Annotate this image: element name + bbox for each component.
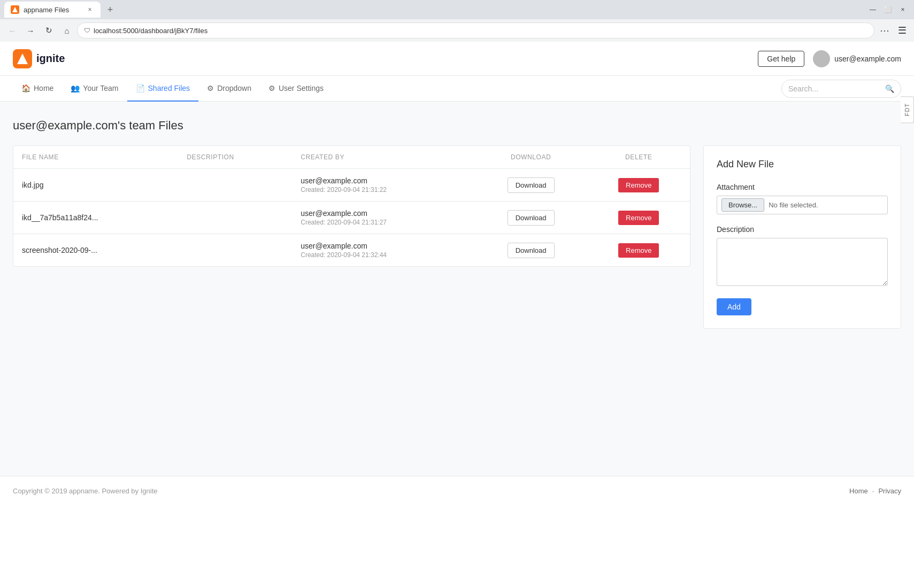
search-bar[interactable]: 🔍: [781, 80, 901, 98]
add-file-panel: Add New File Attachment Browse... No fil…: [703, 145, 901, 329]
created-date: Created: 2020-09-04 21:31:22: [301, 186, 387, 194]
address-text: localhost:5000/dashboard/jBkY7/files: [94, 27, 867, 35]
col-header-download: DOWNLOAD: [474, 146, 588, 169]
col-header-created-by: CREATED BY: [292, 146, 474, 169]
search-icon: 🔍: [885, 84, 894, 93]
table-row: screenshot-2020-09-... user@example.com …: [13, 234, 690, 267]
footer-privacy-link[interactable]: Privacy: [878, 487, 901, 495]
browser-tab[interactable]: appname Files ×: [4, 2, 101, 18]
footer-home-link[interactable]: Home: [849, 487, 868, 495]
search-input[interactable]: [788, 84, 882, 93]
tab-close-button[interactable]: ×: [86, 5, 94, 14]
description-textarea[interactable]: [717, 238, 888, 286]
content-layout: FILE NAME DESCRIPTION CREATED BY DOWNLOA…: [13, 145, 901, 329]
nav-item-home[interactable]: 🏠 Home: [13, 76, 62, 102]
description-label: Description: [717, 225, 888, 234]
logo-text: ignite: [36, 52, 65, 65]
nav-item-shared-files[interactable]: 📄 Shared Files: [127, 76, 199, 102]
files-icon: 📄: [136, 84, 145, 92]
reload-button[interactable]: ↻: [41, 22, 57, 38]
footer-copyright: Copyright © 2019 appname. Powered by Ign…: [13, 487, 157, 495]
download-button[interactable]: Download: [508, 210, 555, 226]
no-file-text: No file selected.: [769, 201, 818, 209]
header-actions: Get help user@example.com: [758, 50, 901, 67]
app-nav: 🏠 Home 👥 Your Team 📄 Shared Files ⚙ Drop…: [0, 76, 914, 102]
logo-icon: [13, 49, 32, 68]
dropdown-icon: ⚙: [207, 84, 214, 92]
attachment-group: Attachment Browse... No file selected.: [717, 183, 888, 214]
download-button[interactable]: Download: [508, 177, 555, 193]
home-icon: 🏠: [21, 84, 30, 92]
remove-button[interactable]: Remove: [618, 211, 659, 225]
nav-item-your-team[interactable]: 👥 Your Team: [62, 76, 127, 102]
remove-button[interactable]: Remove: [618, 178, 659, 192]
back-button[interactable]: ←: [4, 22, 20, 38]
page-title: user@example.com's team Files: [13, 119, 901, 133]
footer-links: Home · Privacy: [849, 487, 901, 495]
file-input-wrapper: Browse... No file selected.: [717, 196, 888, 214]
browser-menu-button[interactable]: ⋯: [877, 22, 893, 38]
browser-settings-button[interactable]: ☰: [895, 23, 910, 38]
table-row: ikd__7a7b5a11a8f24... user@example.com C…: [13, 202, 690, 234]
file-name-cell: ikd.jpg: [22, 181, 43, 189]
browse-button[interactable]: Browse...: [721, 198, 764, 212]
created-date: Created: 2020-09-04 21:32:44: [301, 251, 387, 259]
footer-separator: ·: [872, 487, 874, 495]
nav-item-dropdown[interactable]: ⚙ Dropdown: [198, 76, 260, 102]
description-group: Description: [717, 225, 888, 288]
main-content: user@example.com's team Files FILE NAME …: [0, 102, 914, 476]
created-by-email: user@example.com: [301, 242, 367, 250]
app-header: ignite Get help user@example.com: [0, 42, 914, 76]
home-button[interactable]: ⌂: [59, 22, 75, 38]
col-header-file-name: FILE NAME: [13, 146, 178, 169]
table-row: ikd.jpg user@example.com Created: 2020-0…: [13, 169, 690, 202]
svg-marker-0: [12, 7, 18, 12]
tab-title: appname Files: [24, 6, 69, 14]
files-table: FILE NAME DESCRIPTION CREATED BY DOWNLOA…: [13, 146, 690, 266]
file-name-cell: ikd__7a7b5a11a8f24...: [22, 213, 98, 222]
col-header-description: DESCRIPTION: [178, 146, 292, 169]
nav-label-shared-files: Shared Files: [148, 84, 190, 92]
file-name-cell: screenshot-2020-09-...: [22, 246, 97, 254]
forward-button[interactable]: →: [22, 22, 39, 38]
avatar: [813, 50, 830, 67]
created-by-email: user@example.com: [301, 209, 367, 218]
created-by-email: user@example.com: [301, 176, 367, 185]
tab-favicon: [11, 5, 19, 14]
panel-title: Add New File: [717, 159, 888, 170]
sidebar-fdt-tab[interactable]: FDT: [901, 96, 914, 123]
user-info: user@example.com: [813, 50, 901, 67]
window-close-button[interactable]: ×: [896, 3, 910, 17]
attachment-label: Attachment: [717, 183, 888, 191]
window-minimize-button[interactable]: —: [866, 3, 880, 17]
app-logo[interactable]: ignite: [13, 49, 65, 68]
window-maximize-button[interactable]: ⬜: [881, 3, 895, 17]
address-bar[interactable]: 🛡 localhost:5000/dashboard/jBkY7/files: [77, 22, 874, 38]
app-footer: Copyright © 2019 appname. Powered by Ign…: [0, 476, 914, 506]
get-help-button[interactable]: Get help: [758, 51, 804, 67]
nav-label-user-settings: User Settings: [279, 84, 324, 92]
created-date: Created: 2020-09-04 21:31:27: [301, 219, 387, 226]
app-container: ignite Get help user@example.com 🏠 Home …: [0, 42, 914, 588]
nav-label-home: Home: [34, 84, 53, 92]
settings-icon: ⚙: [268, 84, 275, 92]
svg-marker-1: [17, 53, 28, 64]
nav-label-your-team: Your Team: [83, 84, 118, 92]
new-tab-button[interactable]: +: [103, 2, 118, 17]
lock-icon: 🛡: [84, 27, 90, 34]
files-section: FILE NAME DESCRIPTION CREATED BY DOWNLOA…: [13, 145, 690, 267]
nav-label-dropdown: Dropdown: [217, 84, 251, 92]
col-header-delete: DELETE: [587, 146, 690, 169]
download-button[interactable]: Download: [508, 243, 555, 258]
remove-button[interactable]: Remove: [618, 243, 659, 258]
add-button[interactable]: Add: [717, 298, 751, 315]
user-email-label: user@example.com: [834, 55, 901, 63]
nav-item-user-settings[interactable]: ⚙ User Settings: [260, 76, 332, 102]
team-icon: 👥: [71, 84, 80, 92]
